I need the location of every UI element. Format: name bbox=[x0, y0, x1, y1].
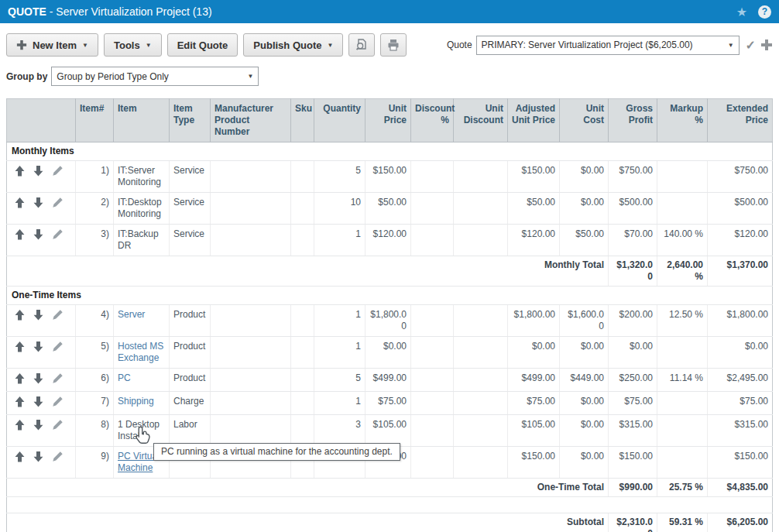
spacer-row bbox=[7, 497, 773, 513]
groupby-select-value: Group by Period Type Only bbox=[57, 71, 241, 82]
cell-unit-price: $499.00 bbox=[365, 369, 411, 392]
chevron-down-icon: ▼ bbox=[146, 42, 152, 49]
item-description-tooltip: PC running as a virtual machine for the … bbox=[153, 443, 400, 461]
cell-gross-profit: $500.00 bbox=[609, 193, 657, 225]
quote-select[interactable]: PRIMARY: Server Virtualization Project (… bbox=[476, 36, 740, 55]
col-header-markup-pct: Markup % bbox=[657, 99, 708, 142]
cell-adjusted-unit-price: $0.00 bbox=[508, 337, 560, 369]
preview-quote-button[interactable] bbox=[348, 33, 375, 57]
move-up-arrow-icon[interactable] bbox=[15, 420, 25, 434]
new-item-button[interactable]: New Item ▼ bbox=[6, 33, 98, 57]
new-item-label: New Item bbox=[33, 39, 77, 51]
col-header-gross-profit: Gross Profit bbox=[609, 99, 657, 142]
move-down-arrow-icon[interactable] bbox=[33, 451, 43, 465]
summary-subtotal-label: Subtotal bbox=[7, 513, 609, 532]
col-header-discount-pct: Discount % bbox=[411, 99, 454, 142]
move-down-arrow-icon[interactable] bbox=[33, 229, 43, 243]
cell-sku bbox=[291, 193, 314, 225]
cell-adjusted-unit-price: $1,800.00 bbox=[508, 305, 560, 337]
edit-pencil-icon[interactable] bbox=[52, 419, 63, 434]
cell-gross-profit: $200.00 bbox=[609, 305, 657, 337]
cell-gross-profit: $250.00 bbox=[609, 369, 657, 392]
cell-item-num: 9) bbox=[76, 447, 114, 479]
cell-quantity: 5 bbox=[314, 369, 365, 392]
publish-quote-button[interactable]: Publish Quote ▼ bbox=[243, 33, 343, 57]
move-down-arrow-icon[interactable] bbox=[33, 342, 43, 355]
move-up-arrow-icon[interactable] bbox=[15, 310, 25, 324]
cell-sku bbox=[291, 415, 314, 447]
move-up-arrow-icon[interactable] bbox=[15, 373, 25, 387]
cell-discount-pct bbox=[411, 447, 454, 479]
cell-markup-pct: 59.31 % bbox=[657, 513, 708, 532]
col-header-sku: Sku bbox=[291, 99, 314, 142]
cell-markup-pct bbox=[657, 337, 708, 369]
cell-gross-profit: $990.00 bbox=[609, 479, 657, 497]
cell-unit-price: $120.00 bbox=[365, 225, 411, 256]
edit-pencil-icon[interactable] bbox=[52, 451, 63, 465]
cell-unit-discount bbox=[454, 392, 508, 415]
tools-button[interactable]: Tools ▼ bbox=[104, 33, 162, 57]
accept-check-icon[interactable]: ✓ bbox=[746, 38, 756, 53]
cell-gross-profit: $750.00 bbox=[609, 161, 657, 193]
edit-quote-button[interactable]: Edit Quote bbox=[167, 33, 239, 57]
favorite-star-icon[interactable]: ★ bbox=[736, 5, 747, 19]
cell-item: Hosted MS Exchange bbox=[114, 337, 170, 369]
move-down-arrow-icon[interactable] bbox=[33, 166, 43, 180]
move-down-arrow-icon[interactable] bbox=[33, 310, 43, 324]
move-down-arrow-icon[interactable] bbox=[33, 197, 43, 211]
groupby-select[interactable]: Group by Period Type Only ▼ bbox=[51, 67, 259, 86]
edit-pencil-icon[interactable] bbox=[52, 197, 63, 211]
move-up-arrow-icon[interactable] bbox=[15, 342, 25, 355]
cell-discount-pct bbox=[411, 305, 454, 337]
cell-unit-cost: $50.00 bbox=[560, 225, 609, 256]
move-up-arrow-icon[interactable] bbox=[15, 396, 25, 410]
help-icon[interactable]: ? bbox=[758, 5, 771, 19]
cell-unit-price: $1,800.00 bbox=[365, 305, 411, 337]
move-down-arrow-icon[interactable] bbox=[33, 420, 43, 434]
cell-controls bbox=[7, 369, 76, 392]
cell-extended-price: $75.00 bbox=[708, 392, 773, 415]
item-link[interactable]: PC bbox=[118, 372, 131, 383]
cell-item: PC bbox=[114, 369, 170, 392]
cell-discount-pct bbox=[411, 193, 454, 225]
edit-pencil-icon[interactable] bbox=[52, 309, 63, 324]
move-up-arrow-icon[interactable] bbox=[15, 166, 25, 180]
cell-unit-price: $75.00 bbox=[365, 392, 411, 415]
cell-unit-cost: $449.00 bbox=[560, 369, 609, 392]
edit-pencil-icon[interactable] bbox=[52, 341, 63, 355]
edit-pencil-icon[interactable] bbox=[52, 396, 63, 410]
printer-icon bbox=[386, 38, 400, 52]
cell-item-num: 3) bbox=[76, 225, 114, 256]
edit-pencil-icon[interactable] bbox=[52, 372, 63, 387]
cell-discount-pct bbox=[411, 161, 454, 193]
item-link[interactable]: Server bbox=[118, 309, 145, 320]
cell-extended-price: $315.00 bbox=[708, 415, 773, 447]
item-link[interactable]: Hosted MS Exchange bbox=[118, 341, 163, 363]
edit-pencil-icon[interactable] bbox=[52, 165, 63, 180]
edit-pencil-icon[interactable] bbox=[52, 228, 63, 243]
col-header-unit-price: Unit Price bbox=[365, 99, 411, 142]
add-quote-icon[interactable] bbox=[760, 39, 773, 51]
cell-item-num: 7) bbox=[76, 392, 114, 415]
cell-extended-price: $150.00 bbox=[708, 447, 773, 479]
cell-extended-price: $500.00 bbox=[708, 193, 773, 225]
print-button[interactable] bbox=[380, 33, 407, 57]
item-link[interactable]: Shipping bbox=[118, 396, 154, 407]
cell-quantity: 1 bbox=[314, 225, 365, 256]
move-down-arrow-icon[interactable] bbox=[33, 373, 43, 387]
col-header-item-type: Item Type bbox=[170, 99, 211, 142]
cell-unit-cost: $0.00 bbox=[560, 337, 609, 369]
cell-item-type: Product bbox=[170, 305, 211, 337]
cell-mfr-product-number bbox=[211, 415, 291, 447]
page-title: - Server Virtualization Project (13) bbox=[50, 5, 212, 18]
move-up-arrow-icon[interactable] bbox=[15, 451, 25, 465]
cell-item-type: Service bbox=[170, 193, 211, 225]
move-up-arrow-icon[interactable] bbox=[15, 197, 25, 211]
titlebar: QUOTE - Server Virtualization Project (1… bbox=[0, 0, 779, 23]
move-down-arrow-icon[interactable] bbox=[33, 396, 43, 410]
move-up-arrow-icon[interactable] bbox=[15, 229, 25, 243]
cell-item-num: 6) bbox=[76, 369, 114, 392]
cell-gross-profit: $2,310.00 bbox=[609, 513, 657, 532]
cell-adjusted-unit-price: $75.00 bbox=[508, 392, 560, 415]
cell-item-type: Product bbox=[170, 369, 211, 392]
